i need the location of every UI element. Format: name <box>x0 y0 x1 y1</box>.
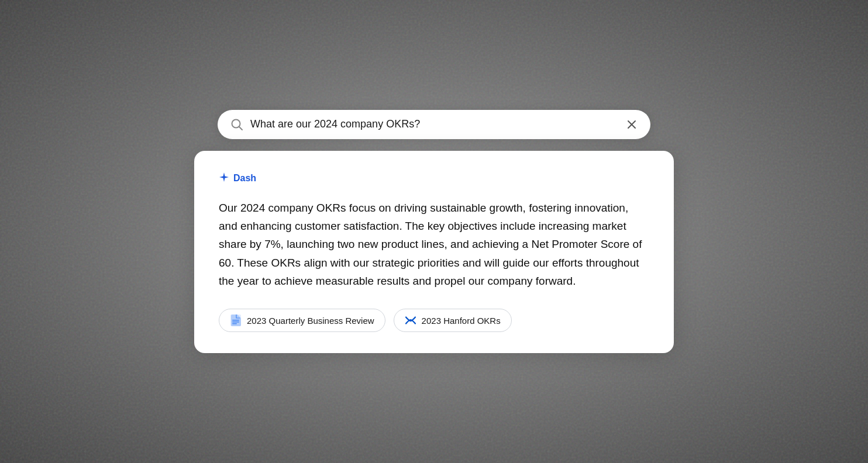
source-chip-0[interactable]: 2023 Quarterly Business Review <box>219 309 385 332</box>
page-wrapper: What are our 2024 company OKRs? Dash Our… <box>194 110 674 354</box>
sparkle-icon <box>219 172 229 185</box>
dash-label-text: Dash <box>233 173 256 184</box>
answer-card: Dash Our 2024 company OKRs focus on driv… <box>194 151 674 354</box>
svg-rect-6 <box>232 322 239 323</box>
source-chip-1[interactable]: 2023 Hanford OKRs <box>394 309 512 332</box>
svg-rect-5 <box>232 320 239 321</box>
chip-label-0: 2023 Quarterly Business Review <box>247 316 374 326</box>
clear-button[interactable] <box>626 119 638 130</box>
search-icon <box>230 118 243 131</box>
docs-icon <box>230 315 242 326</box>
chip-label-1: 2023 Hanford OKRs <box>422 316 501 326</box>
confluence-icon <box>405 315 416 326</box>
svg-line-1 <box>239 126 243 130</box>
search-bar[interactable]: What are our 2024 company OKRs? <box>218 110 650 139</box>
answer-body: Our 2024 company OKRs focus on driving s… <box>219 199 649 291</box>
dash-label: Dash <box>219 172 649 185</box>
svg-rect-7 <box>232 323 237 324</box>
source-chips: 2023 Quarterly Business Review 2023 Hanf… <box>219 309 649 332</box>
search-query-text: What are our 2024 company OKRs? <box>250 118 619 130</box>
